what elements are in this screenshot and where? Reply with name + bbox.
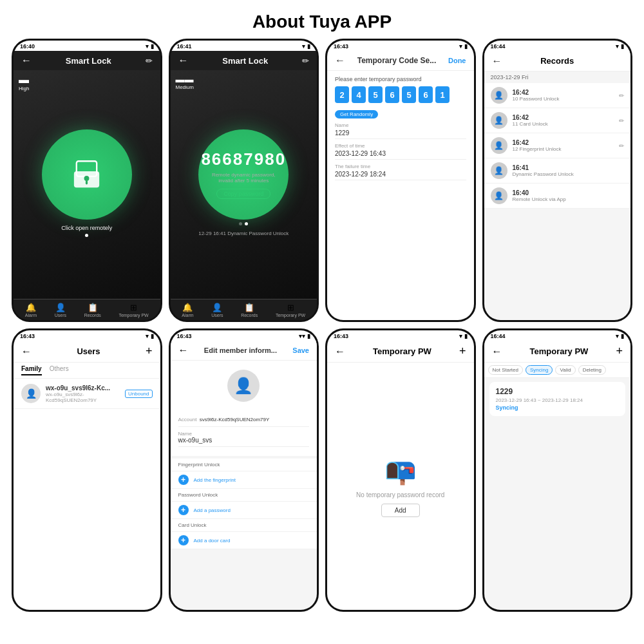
back-icon-2[interactable]: ← [178,55,189,66]
nav-users-1[interactable]: 👤 Users [55,303,66,317]
record-desc-2: 12 Fingerprint Unlock [513,146,614,152]
digit-4: 5 [402,86,416,103]
battery-icon-2: ▮ [307,43,310,50]
nav-alarm-2[interactable]: 🔔 Alarm [182,303,193,317]
unlock-section: Fingerprint Unlock + Add the fingerprint… [171,459,317,549]
users-back[interactable]: ← [21,346,32,357]
tab-not-started[interactable]: Not Started [488,365,523,375]
nav-records-1[interactable]: 📋 Records [84,303,101,317]
level-badge-1: ▬ High [19,74,29,91]
password-unlock-row: Password Unlock [171,489,317,502]
nav-users-label-2: Users [211,313,223,317]
back-icon-3[interactable]: ← [335,55,345,66]
screen-5: ← Users + Family Others 👤 wx-o9u_svs9l6z… [14,341,160,610]
edit-back[interactable]: ← [178,345,189,356]
card-add-btn[interactable]: + [178,535,189,545]
password-add-btn[interactable]: + [178,505,189,515]
level-text-2: Medium [176,84,194,90]
record-avatar-2: 👤 [491,137,507,154]
record-item-0[interactable]: 👤 16:42 10 Password Unlock ✏ [484,83,631,108]
tab-valid[interactable]: Valid [555,365,575,375]
done-btn-3[interactable]: Done [448,57,466,64]
edit-icon-2[interactable]: ✏ [302,56,309,66]
wifi-icon-2: ▾ [302,43,305,50]
record-avatar-1: 👤 [491,112,507,129]
empty-state: 📭 No temporary password record Add [327,363,474,610]
green-circle-1[interactable] [42,129,132,220]
records-back[interactable]: ← [492,55,502,67]
header-title-2: Smart Lock [222,56,268,66]
phone-8: 16:44 ▾ ▮ ← Temporary PW + Not Started S… [482,328,633,612]
fingerprint-add-row[interactable]: + Add the fingerprint [171,471,317,489]
password-add-row[interactable]: + Add a password [171,502,317,519]
tab-family[interactable]: Family [21,365,42,375]
edit-icon-1[interactable]: ✏ [146,56,153,66]
temp-pw-back-8[interactable]: ← [492,346,502,357]
digit-2: 5 [368,86,383,103]
copy-btn[interactable]: Copy password [216,189,270,199]
record-avatar-4: 👤 [491,187,507,204]
record-item-1[interactable]: 👤 16:42 11 Card Unlock ✏ [484,108,631,133]
pw-name: 1229 [496,387,620,396]
record-item-4[interactable]: 👤 16:40 Remote Unlock via App [484,184,631,209]
member-avatar-section: 👤 [171,361,317,407]
status-bar-2: 16:41 ▾ ▮ [171,41,317,51]
nav-temppw-1[interactable]: ⊞ Temporary PW [118,303,148,317]
users-add[interactable]: + [146,345,153,358]
temp-pw-add-8[interactable]: + [616,345,623,358]
digit-0: 2 [335,86,349,103]
member-avatar: 👤 [227,370,260,402]
digit-3: 6 [385,86,399,103]
edit-save[interactable]: Save [292,346,309,354]
bottom-nav-1: 🔔 Alarm 👤 Users 📋 Records ⊞ Temporary PW [14,299,160,320]
screen-2: ← Smart Lock ✏ ▬▬ Medium 86687980 Remote… [171,51,317,320]
record-desc-1: 11 Card Unlock [513,121,614,127]
fingerprint-add-btn[interactable]: + [178,475,189,485]
card-add-row[interactable]: + Add a door card [171,532,317,549]
temppw-icon-1: ⊞ [130,303,137,312]
password-display-2: 86687980 Remote dynamic password, invali… [198,149,289,199]
unlock-log: 12-29 16:41 Dynamic Password Unlock [198,228,289,240]
nav-users-2[interactable]: 👤 Users [211,303,223,317]
tab-syncing[interactable]: Syncing [526,365,553,375]
time-4: 16:44 [491,43,506,50]
screen-6: ← Edit member inform... Save 👤 Account s… [171,341,317,610]
level-text-1: High [19,86,29,91]
time-2: 16:41 [177,43,192,50]
phone-3: 16:43 ▾ ▮ ← Temporary Code Se... Done Pl… [325,39,476,322]
tab-others[interactable]: Others [50,365,69,375]
battery-icon-4: ▮ [621,43,624,50]
failure-value: 2023-12-29 18:24 [335,171,466,180]
record-item-3[interactable]: 👤 16:41 Dynamic Password Unlock [484,158,631,184]
record-time-2: 16:42 [513,139,614,146]
name-label: Name [335,122,466,128]
nav-temppw-2[interactable]: ⊞ Temporary PW [276,303,305,317]
user-item-0[interactable]: 👤 wx-o9u_svs9l6z-Kc... wx-o9u_svs9l6z-Kc… [14,379,160,409]
phone-4: 16:44 ▾ ▮ ← Records 2023-12-29 Fri 👤 16:… [482,39,633,322]
temp-pw-back[interactable]: ← [335,346,345,357]
pw-item-0[interactable]: 1229 2023-12-29 16:43 ~ 2023-12-29 18:24… [489,382,626,416]
nav-records-2[interactable]: 📋 Records [241,303,258,317]
alarm-icon-1: 🔔 [26,303,36,312]
time-6: 16:43 [177,333,192,339]
status-icons-3: ▾ ▮ [459,43,468,50]
record-edit-0[interactable]: ✏ [619,92,624,99]
empty-icon: 📭 [384,456,417,486]
page-title: About Tuya APP [0,0,644,39]
record-edit-2[interactable]: ✏ [619,142,624,149]
temp-pw-add[interactable]: + [459,345,466,358]
tab-deleting[interactable]: Deleting [578,365,606,375]
status-bar-5: 16:43 ▾ ▮ [14,330,160,341]
add-btn[interactable]: Add [381,504,420,517]
back-icon-1[interactable]: ← [21,55,32,66]
name-value: 1229 [335,129,466,139]
status-icons-8: ▾ ▮ [616,333,624,339]
record-item-2[interactable]: 👤 16:42 12 Fingerprint Unlock ✏ [484,133,631,158]
battery-icon-1: ▮ [151,43,154,50]
record-edit-1[interactable]: ✏ [619,117,624,124]
get-random-btn[interactable]: Get Randomly [335,110,378,118]
record-time-1: 16:42 [513,114,614,121]
temp-pw-title-8: Temporary PW [530,346,589,356]
card-unlock-row: Card Unlock [171,519,317,532]
nav-alarm-1[interactable]: 🔔 Alarm [25,303,37,317]
